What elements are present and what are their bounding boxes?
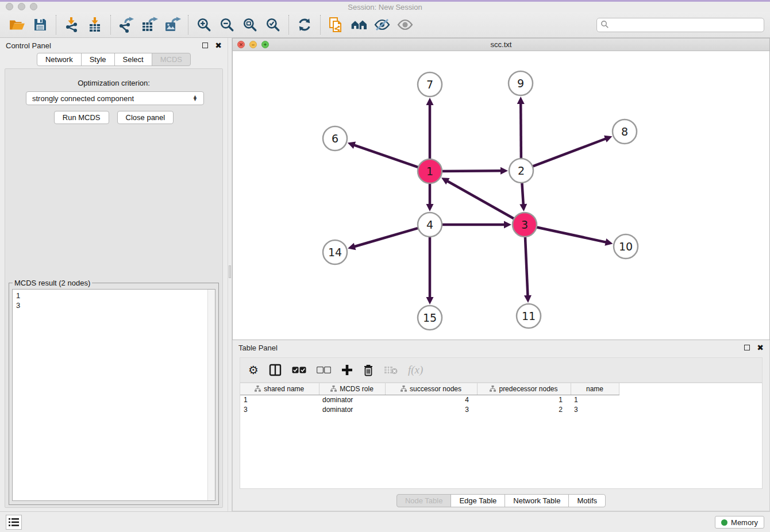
column-header-name[interactable]: name [571, 383, 619, 395]
node-label-9: 9 [517, 77, 524, 90]
cell-mcds_role[interactable]: dominator [319, 395, 385, 404]
duplicate-network-button[interactable] [325, 14, 348, 36]
close-panel-icon[interactable]: ✖ [215, 41, 222, 49]
column-header-label: predecessor nodes [499, 385, 557, 393]
table-header-row: shared nameMCDS rolesuccessor nodesprede… [240, 383, 619, 395]
edge-arrowhead [519, 204, 527, 211]
edge-arrowhead [348, 243, 356, 250]
zoom-selected-button[interactable] [261, 14, 284, 36]
edge-2-9[interactable] [521, 103, 521, 160]
status-bar: Memory [0, 511, 770, 532]
export-network-button[interactable] [115, 14, 138, 36]
criterion-select[interactable]: strongly connected component ▲▼ [26, 91, 204, 105]
select-arrows-icon: ▲▼ [192, 95, 198, 101]
refresh-button[interactable] [293, 14, 316, 36]
show-details-button[interactable] [394, 14, 417, 36]
deselect-all-checkboxes-button[interactable] [317, 361, 331, 379]
table-panel-title: Table Panel [238, 344, 278, 352]
import-network-button[interactable] [60, 14, 83, 36]
zoom-out-icon [220, 17, 234, 32]
show-all-networks-button[interactable] [348, 14, 371, 36]
export-image-icon [164, 17, 181, 33]
column-header-successor-nodes[interactable]: successor nodes [385, 383, 477, 395]
node-label-4: 4 [426, 218, 433, 231]
result-scrollbar[interactable] [207, 290, 215, 500]
import-table-button[interactable] [83, 14, 106, 36]
add-column-button[interactable] [341, 361, 353, 379]
network-view-window: ✕ − + scc.txt 7968124314101511 [232, 38, 770, 340]
hide-details-button[interactable] [371, 14, 394, 36]
table-options-button[interactable]: ⚙ [248, 361, 259, 379]
houses-icon [350, 18, 368, 32]
delete-column-button[interactable] [363, 361, 374, 379]
eye-slash-icon [374, 18, 391, 32]
float-panel-icon[interactable] [202, 43, 208, 48]
cell-successor_nodes[interactable]: 3 [385, 404, 477, 414]
export-image-button[interactable] [161, 14, 184, 36]
tab-network-table[interactable]: Network Table [505, 494, 569, 507]
table-row[interactable]: 1dominator411 [240, 395, 619, 404]
edge-3-10[interactable] [536, 227, 607, 242]
search-input[interactable] [596, 18, 764, 32]
vertical-splitter[interactable] [228, 38, 232, 511]
mcds-panel-body: Optimization criterion: strongly connect… [5, 68, 223, 508]
column-layout-button[interactable] [269, 361, 282, 379]
column-layout-icon [269, 364, 282, 376]
cell-name[interactable]: 1 [571, 395, 619, 404]
table-panel: Table Panel ✖ ⚙ [232, 340, 770, 511]
cell-mcds_role[interactable]: dominator [319, 404, 385, 414]
search-icon [600, 20, 609, 29]
import-network-icon [64, 17, 80, 33]
splitter-grip-icon [229, 265, 231, 278]
tab-style[interactable]: Style [81, 53, 115, 66]
edge-3-1[interactable] [447, 181, 515, 219]
edge-arrowhead [517, 97, 525, 104]
column-header-shared-name[interactable]: shared name [240, 383, 319, 395]
tab-motifs[interactable]: Motifs [568, 494, 606, 507]
open-file-button[interactable] [6, 14, 29, 36]
control-panel-header: Control Panel ✖ [0, 38, 228, 53]
tab-mcds[interactable]: MCDS [152, 53, 191, 66]
close-table-panel-icon[interactable]: ✖ [757, 344, 764, 352]
zoom-out-button[interactable] [215, 14, 238, 36]
column-header-predecessor-nodes[interactable]: predecessor nodes [477, 383, 571, 395]
select-all-checkboxes-button[interactable] [292, 361, 306, 379]
float-table-panel-icon[interactable] [744, 345, 750, 350]
column-header-MCDS-role[interactable]: MCDS role [319, 383, 385, 395]
edge-arrowhead [348, 142, 356, 149]
window-titlebar: Session: New Session [0, 2, 770, 12]
zoom-fit-button[interactable] [238, 14, 261, 36]
edge-3-11[interactable] [525, 236, 528, 296]
task-history-button[interactable] [6, 515, 22, 530]
memory-button[interactable]: Memory [715, 516, 764, 529]
cell-name[interactable]: 3 [571, 404, 619, 414]
edge-1-6[interactable] [353, 145, 419, 168]
run-mcds-button[interactable]: Run MCDS [54, 111, 109, 124]
hierarchy-icon [330, 385, 337, 392]
delete-table-button[interactable] [384, 361, 398, 379]
edge-2-8[interactable] [532, 138, 606, 167]
tab-network[interactable]: Network [37, 53, 82, 66]
cell-predecessor_nodes[interactable]: 2 [477, 404, 571, 414]
table-row[interactable]: 3dominator323 [240, 404, 619, 414]
network-graph-canvas[interactable]: 7968124314101511 [233, 51, 769, 340]
export-table-button[interactable] [138, 14, 161, 36]
cell-predecessor_nodes[interactable]: 1 [477, 395, 571, 404]
edge-2-3[interactable] [522, 182, 523, 205]
node-label-3: 3 [521, 218, 528, 231]
tab-select[interactable]: Select [114, 53, 152, 66]
mcds-result-list[interactable]: 1 3 [12, 289, 215, 501]
save-session-button[interactable] [29, 14, 52, 36]
tab-node-table[interactable]: Node Table [396, 494, 452, 507]
network-window-titlebar[interactable]: ✕ − + scc.txt [233, 38, 769, 51]
fx-icon: f(x) [408, 364, 423, 376]
cell-shared_name[interactable]: 3 [240, 404, 319, 414]
cell-successor_nodes[interactable]: 4 [385, 395, 477, 404]
close-panel-button[interactable]: Close panel [117, 111, 174, 124]
cell-shared_name[interactable]: 1 [240, 395, 319, 404]
function-builder-button[interactable]: f(x) [408, 361, 423, 379]
edge-1-2[interactable] [441, 171, 502, 171]
tab-edge-table[interactable]: Edge Table [451, 494, 505, 507]
edge-4-14[interactable] [354, 228, 419, 246]
zoom-in-button[interactable] [192, 14, 215, 36]
